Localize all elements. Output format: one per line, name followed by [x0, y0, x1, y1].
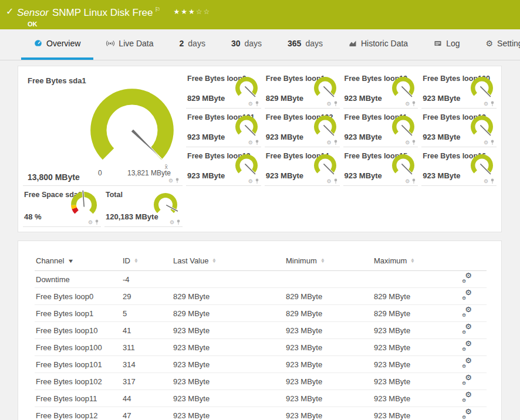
channel-settings-icon[interactable]: ⚙⚙	[462, 394, 472, 401]
column-header-minimum[interactable]: Minimum▲▼	[285, 252, 373, 271]
cell-id: 317	[121, 373, 172, 390]
tab-2-days[interactable]: 2 days	[167, 29, 218, 60]
area-chart-icon	[349, 39, 357, 48]
sort-icon: ▲▼	[411, 258, 414, 263]
column-header-channel[interactable]: Channel▼	[35, 252, 121, 271]
pin-icon[interactable]	[175, 178, 180, 184]
column-header-maximum[interactable]: Maximum▲▼	[373, 252, 461, 271]
pin-icon[interactable]	[490, 178, 495, 184]
gauge-settings-gear-icon[interactable]: ⚙	[326, 101, 331, 107]
free-space-gauge-tile: Free Space sda1 48 % ⚙	[23, 186, 101, 227]
cell-minimum: 829 MByte	[285, 288, 373, 305]
pin-icon[interactable]	[94, 219, 99, 225]
pin-icon[interactable]	[333, 178, 338, 184]
star-filled-icons[interactable]: ★★★	[173, 8, 195, 16]
gauge-value: 13,800 MByte	[28, 172, 80, 182]
pin-icon[interactable]	[411, 140, 416, 145]
table-row: Free Bytes loop10 41 923 MByte 923 MByte…	[35, 322, 487, 339]
tab-log[interactable]: Log	[421, 29, 472, 60]
channels-table: Channel▼ ID▲▼ Last Value▲▼ Minimum▲▼ Max…	[35, 252, 487, 420]
mini-gauge-tile: Free Bytes loop15 923 MByte ⚙	[343, 147, 418, 186]
gauge-value: 829 MByte	[266, 94, 303, 103]
table-row: Free Bytes loop0 29 829 MByte 829 MByte …	[35, 288, 487, 305]
channel-settings-icon[interactable]: ⚙⚙	[462, 377, 472, 384]
sort-icon: ▲▼	[134, 258, 138, 263]
gauge-settings-gear-icon[interactable]: ⚙	[170, 220, 174, 225]
cell-maximum: 829 MByte	[373, 288, 461, 305]
cell-minimum: 923 MByte	[285, 407, 373, 420]
tab-historic-data[interactable]: Historic Data	[336, 29, 421, 60]
pin-icon[interactable]	[490, 101, 495, 107]
gauge-settings-gear-icon[interactable]: ⚙	[168, 178, 173, 184]
star-empty-icons[interactable]: ☆☆	[196, 8, 211, 16]
gauge-settings-gear-icon[interactable]: ⚙	[248, 101, 253, 107]
cell-maximum	[373, 271, 461, 288]
tab-30-days[interactable]: 30 days	[218, 29, 275, 60]
channel-settings-icon[interactable]: ⚙⚙	[462, 326, 472, 333]
channel-settings-icon[interactable]: ⚙⚙	[462, 292, 472, 299]
cell-channel: Free Bytes loop100	[35, 339, 121, 356]
gauge-settings-gear-icon[interactable]: ⚙	[248, 140, 253, 145]
tab-label: Live Data	[119, 39, 153, 48]
pin-icon[interactable]	[333, 101, 338, 107]
tab-365-days[interactable]: 365 days	[275, 29, 336, 60]
channel-settings-icon[interactable]: ⚙⚙	[462, 275, 472, 282]
mini-gauge-tile: Free Bytes loop101 923 MByte ⚙	[186, 109, 261, 147]
tab-day-count: 30	[231, 39, 241, 48]
pin-icon[interactable]	[411, 101, 416, 107]
cell-maximum: 923 MByte	[373, 390, 461, 407]
table-row: Free Bytes loop100 311 923 MByte 923 MBy…	[35, 339, 487, 356]
column-header-last-value[interactable]: Last Value▲▼	[172, 252, 285, 271]
gauge-settings-gear-icon[interactable]: ⚙	[484, 101, 488, 107]
gauge-settings-gear-icon[interactable]: ⚙	[484, 179, 488, 184]
gauge-settings-gear-icon[interactable]: ⚙	[326, 179, 331, 184]
mini-gauge-dial	[468, 113, 495, 140]
cell-last-value: 829 MByte	[172, 288, 285, 305]
table-row: Free Bytes loop102 317 923 MByte 923 MBy…	[35, 373, 487, 390]
pin-icon[interactable]	[490, 140, 495, 145]
gauge-settings-gear-icon[interactable]: ⚙	[484, 140, 488, 145]
cell-minimum: 923 MByte	[285, 356, 373, 373]
column-header-id[interactable]: ID▲▼	[121, 252, 172, 271]
column-label: Channel	[36, 256, 64, 265]
gauge-settings-gear-icon[interactable]: ⚙	[248, 179, 253, 184]
cell-last-value: 923 MByte	[172, 356, 285, 373]
tab-live-data[interactable]: Live Data	[93, 29, 166, 60]
gauge-settings-gear-icon[interactable]: ⚙	[405, 140, 410, 145]
gauge-settings-gear-icon[interactable]: ⚙	[405, 179, 410, 184]
tab-settings[interactable]: ⚙ Settings	[472, 29, 520, 60]
cell-last-value: 923 MByte	[172, 322, 285, 339]
mini-gauge-tile: Free Bytes loop10 923 MByte ⚙	[343, 70, 418, 109]
cell-last-value: 923 MByte	[172, 373, 285, 390]
pin-icon[interactable]	[255, 101, 259, 107]
table-header-row: Channel▼ ID▲▼ Last Value▲▼ Minimum▲▼ Max…	[35, 252, 487, 271]
cell-channel: Downtime	[35, 271, 121, 288]
channels-table-panel: Channel▼ ID▲▼ Last Value▲▼ Minimum▲▼ Max…	[18, 241, 502, 420]
pin-icon[interactable]	[255, 140, 259, 145]
tab-day-count: 365	[288, 39, 301, 48]
tab-label: days	[305, 39, 323, 48]
cell-channel: Free Bytes loop1	[35, 305, 121, 322]
pin-icon[interactable]	[255, 178, 259, 184]
column-label: ID	[123, 256, 130, 265]
pin-icon[interactable]	[333, 140, 338, 145]
mini-gauge-tile: Free Bytes loop1 829 MByte ⚙	[265, 70, 340, 109]
pin-icon[interactable]	[411, 178, 416, 184]
flag-icon[interactable]: ⚐	[155, 6, 161, 13]
tab-overview[interactable]: Overview	[21, 29, 93, 60]
pin-icon[interactable]	[176, 219, 181, 225]
channel-settings-icon[interactable]: ⚙⚙	[462, 360, 472, 367]
cell-last-value: 923 MByte	[172, 339, 285, 356]
column-label: Last Value	[173, 256, 208, 265]
channel-settings-icon[interactable]: ⚙⚙	[462, 411, 472, 418]
gauge-value: 829 MByte	[187, 94, 225, 103]
gauge-settings-gear-icon[interactable]: ⚙	[405, 101, 410, 107]
priority-stars[interactable]: ★★★☆☆	[173, 8, 211, 16]
gauge-scale-max: 13,821 MByte	[127, 169, 171, 177]
gauge-value: 923 MByte	[423, 171, 460, 180]
channel-settings-icon[interactable]: ⚙⚙	[462, 343, 472, 350]
channel-settings-icon[interactable]: ⚙⚙	[462, 309, 472, 316]
gauge-settings-gear-icon[interactable]: ⚙	[88, 220, 93, 225]
gauge-settings-gear-icon[interactable]: ⚙	[326, 140, 331, 145]
tab-label: Historic Data	[361, 39, 408, 48]
